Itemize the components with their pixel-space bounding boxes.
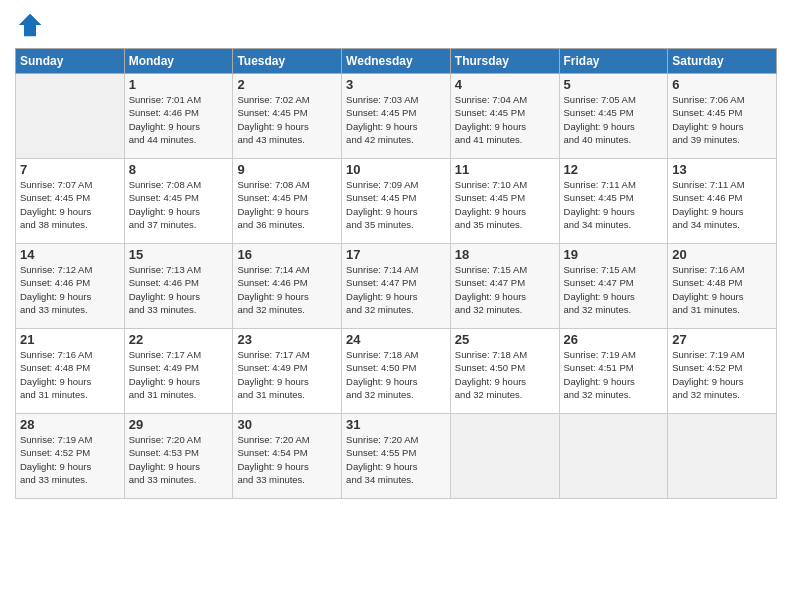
day-cell: 6Sunrise: 7:06 AM Sunset: 4:45 PM Daylig… <box>668 74 777 159</box>
day-cell: 18Sunrise: 7:15 AM Sunset: 4:47 PM Dayli… <box>450 244 559 329</box>
week-row-1: 1Sunrise: 7:01 AM Sunset: 4:46 PM Daylig… <box>16 74 777 159</box>
day-detail: Sunrise: 7:08 AM Sunset: 4:45 PM Dayligh… <box>237 178 337 231</box>
day-number: 18 <box>455 247 555 262</box>
day-cell <box>559 414 668 499</box>
day-detail: Sunrise: 7:15 AM Sunset: 4:47 PM Dayligh… <box>564 263 664 316</box>
day-detail: Sunrise: 7:13 AM Sunset: 4:46 PM Dayligh… <box>129 263 229 316</box>
day-cell: 9Sunrise: 7:08 AM Sunset: 4:45 PM Daylig… <box>233 159 342 244</box>
week-row-2: 7Sunrise: 7:07 AM Sunset: 4:45 PM Daylig… <box>16 159 777 244</box>
day-cell: 3Sunrise: 7:03 AM Sunset: 4:45 PM Daylig… <box>342 74 451 159</box>
day-number: 16 <box>237 247 337 262</box>
day-cell: 5Sunrise: 7:05 AM Sunset: 4:45 PM Daylig… <box>559 74 668 159</box>
day-cell: 31Sunrise: 7:20 AM Sunset: 4:55 PM Dayli… <box>342 414 451 499</box>
day-cell: 1Sunrise: 7:01 AM Sunset: 4:46 PM Daylig… <box>124 74 233 159</box>
day-detail: Sunrise: 7:19 AM Sunset: 4:52 PM Dayligh… <box>672 348 772 401</box>
svg-marker-1 <box>30 14 41 25</box>
day-number: 13 <box>672 162 772 177</box>
day-cell: 25Sunrise: 7:18 AM Sunset: 4:50 PM Dayli… <box>450 329 559 414</box>
day-cell: 12Sunrise: 7:11 AM Sunset: 4:45 PM Dayli… <box>559 159 668 244</box>
day-number: 4 <box>455 77 555 92</box>
day-detail: Sunrise: 7:02 AM Sunset: 4:45 PM Dayligh… <box>237 93 337 146</box>
day-detail: Sunrise: 7:04 AM Sunset: 4:45 PM Dayligh… <box>455 93 555 146</box>
day-cell <box>668 414 777 499</box>
day-number: 3 <box>346 77 446 92</box>
day-number: 15 <box>129 247 229 262</box>
day-cell: 11Sunrise: 7:10 AM Sunset: 4:45 PM Dayli… <box>450 159 559 244</box>
day-detail: Sunrise: 7:14 AM Sunset: 4:46 PM Dayligh… <box>237 263 337 316</box>
header-cell-wednesday: Wednesday <box>342 49 451 74</box>
day-number: 27 <box>672 332 772 347</box>
day-cell: 13Sunrise: 7:11 AM Sunset: 4:46 PM Dayli… <box>668 159 777 244</box>
day-cell: 28Sunrise: 7:19 AM Sunset: 4:52 PM Dayli… <box>16 414 125 499</box>
day-number: 5 <box>564 77 664 92</box>
day-number: 14 <box>20 247 120 262</box>
day-number: 21 <box>20 332 120 347</box>
day-number: 7 <box>20 162 120 177</box>
day-detail: Sunrise: 7:19 AM Sunset: 4:51 PM Dayligh… <box>564 348 664 401</box>
day-number: 30 <box>237 417 337 432</box>
day-number: 28 <box>20 417 120 432</box>
day-number: 25 <box>455 332 555 347</box>
day-cell: 22Sunrise: 7:17 AM Sunset: 4:49 PM Dayli… <box>124 329 233 414</box>
day-detail: Sunrise: 7:06 AM Sunset: 4:45 PM Dayligh… <box>672 93 772 146</box>
day-detail: Sunrise: 7:14 AM Sunset: 4:47 PM Dayligh… <box>346 263 446 316</box>
day-cell: 4Sunrise: 7:04 AM Sunset: 4:45 PM Daylig… <box>450 74 559 159</box>
logo-icon <box>15 10 45 40</box>
header-cell-thursday: Thursday <box>450 49 559 74</box>
day-detail: Sunrise: 7:05 AM Sunset: 4:45 PM Dayligh… <box>564 93 664 146</box>
day-detail: Sunrise: 7:11 AM Sunset: 4:46 PM Dayligh… <box>672 178 772 231</box>
calendar-table: SundayMondayTuesdayWednesdayThursdayFrid… <box>15 48 777 499</box>
day-detail: Sunrise: 7:11 AM Sunset: 4:45 PM Dayligh… <box>564 178 664 231</box>
day-cell: 17Sunrise: 7:14 AM Sunset: 4:47 PM Dayli… <box>342 244 451 329</box>
day-cell: 21Sunrise: 7:16 AM Sunset: 4:48 PM Dayli… <box>16 329 125 414</box>
week-row-4: 21Sunrise: 7:16 AM Sunset: 4:48 PM Dayli… <box>16 329 777 414</box>
day-number: 26 <box>564 332 664 347</box>
day-number: 10 <box>346 162 446 177</box>
day-number: 31 <box>346 417 446 432</box>
header-row: SundayMondayTuesdayWednesdayThursdayFrid… <box>16 49 777 74</box>
day-detail: Sunrise: 7:08 AM Sunset: 4:45 PM Dayligh… <box>129 178 229 231</box>
day-detail: Sunrise: 7:12 AM Sunset: 4:46 PM Dayligh… <box>20 263 120 316</box>
day-detail: Sunrise: 7:20 AM Sunset: 4:55 PM Dayligh… <box>346 433 446 486</box>
day-cell: 16Sunrise: 7:14 AM Sunset: 4:46 PM Dayli… <box>233 244 342 329</box>
day-number: 29 <box>129 417 229 432</box>
header-cell-friday: Friday <box>559 49 668 74</box>
day-number: 19 <box>564 247 664 262</box>
header-cell-saturday: Saturday <box>668 49 777 74</box>
day-number: 17 <box>346 247 446 262</box>
day-cell: 2Sunrise: 7:02 AM Sunset: 4:45 PM Daylig… <box>233 74 342 159</box>
day-detail: Sunrise: 7:18 AM Sunset: 4:50 PM Dayligh… <box>346 348 446 401</box>
day-cell <box>450 414 559 499</box>
header <box>15 10 777 40</box>
day-detail: Sunrise: 7:18 AM Sunset: 4:50 PM Dayligh… <box>455 348 555 401</box>
page-container: SundayMondayTuesdayWednesdayThursdayFrid… <box>0 0 792 612</box>
day-number: 1 <box>129 77 229 92</box>
day-cell: 20Sunrise: 7:16 AM Sunset: 4:48 PM Dayli… <box>668 244 777 329</box>
day-number: 20 <box>672 247 772 262</box>
day-detail: Sunrise: 7:15 AM Sunset: 4:47 PM Dayligh… <box>455 263 555 316</box>
logo <box>15 10 49 40</box>
day-number: 24 <box>346 332 446 347</box>
day-cell: 19Sunrise: 7:15 AM Sunset: 4:47 PM Dayli… <box>559 244 668 329</box>
day-cell: 29Sunrise: 7:20 AM Sunset: 4:53 PM Dayli… <box>124 414 233 499</box>
day-detail: Sunrise: 7:17 AM Sunset: 4:49 PM Dayligh… <box>129 348 229 401</box>
day-cell: 7Sunrise: 7:07 AM Sunset: 4:45 PM Daylig… <box>16 159 125 244</box>
day-number: 23 <box>237 332 337 347</box>
day-number: 6 <box>672 77 772 92</box>
day-detail: Sunrise: 7:20 AM Sunset: 4:53 PM Dayligh… <box>129 433 229 486</box>
day-cell: 15Sunrise: 7:13 AM Sunset: 4:46 PM Dayli… <box>124 244 233 329</box>
header-cell-tuesday: Tuesday <box>233 49 342 74</box>
day-number: 12 <box>564 162 664 177</box>
day-number: 2 <box>237 77 337 92</box>
day-cell: 8Sunrise: 7:08 AM Sunset: 4:45 PM Daylig… <box>124 159 233 244</box>
day-number: 11 <box>455 162 555 177</box>
header-cell-monday: Monday <box>124 49 233 74</box>
day-detail: Sunrise: 7:09 AM Sunset: 4:45 PM Dayligh… <box>346 178 446 231</box>
day-detail: Sunrise: 7:16 AM Sunset: 4:48 PM Dayligh… <box>20 348 120 401</box>
day-cell <box>16 74 125 159</box>
day-detail: Sunrise: 7:19 AM Sunset: 4:52 PM Dayligh… <box>20 433 120 486</box>
day-detail: Sunrise: 7:03 AM Sunset: 4:45 PM Dayligh… <box>346 93 446 146</box>
day-cell: 10Sunrise: 7:09 AM Sunset: 4:45 PM Dayli… <box>342 159 451 244</box>
day-cell: 24Sunrise: 7:18 AM Sunset: 4:50 PM Dayli… <box>342 329 451 414</box>
day-detail: Sunrise: 7:07 AM Sunset: 4:45 PM Dayligh… <box>20 178 120 231</box>
